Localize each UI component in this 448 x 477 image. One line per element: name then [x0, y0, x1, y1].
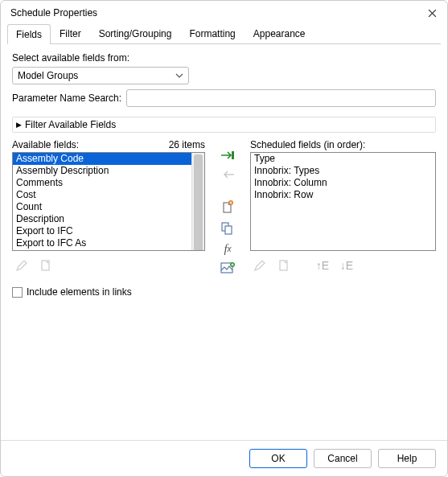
chevron-down-icon: [175, 73, 183, 78]
insert-image-icon[interactable]: [218, 262, 237, 275]
list-item[interactable]: Type: [251, 153, 435, 165]
search-label: Parameter Name Search:: [12, 93, 121, 104]
include-elements-label: Include elements in links: [27, 286, 132, 298]
scheduled-fields-list[interactable]: Type Innobrix: Types Innobrix: Column In…: [250, 152, 436, 251]
new-shared-parameter-icon[interactable]: [218, 200, 237, 215]
list-item[interactable]: Description: [13, 213, 191, 225]
list-item[interactable]: Innobrix: Types: [251, 165, 435, 177]
list-item[interactable]: Count: [13, 201, 191, 213]
combine-parameters-icon[interactable]: [218, 221, 237, 236]
remove-field-button: [218, 168, 237, 181]
list-item[interactable]: Comments: [13, 177, 191, 189]
list-item[interactable]: Assembly Description: [13, 165, 191, 177]
cancel-button[interactable]: Cancel: [314, 449, 372, 468]
tab-appearance[interactable]: Appearance: [245, 23, 314, 43]
list-item[interactable]: Innobrix: Row: [251, 189, 435, 201]
available-fields-list[interactable]: Assembly Code Assembly Description Comme…: [12, 152, 205, 251]
dialog-footer: OK Cancel Help: [1, 440, 447, 476]
edit-icon: [12, 256, 31, 275]
scrollbar[interactable]: [191, 153, 204, 250]
list-item[interactable]: Innobrix: Column: [251, 177, 435, 189]
help-button[interactable]: Help: [378, 449, 436, 468]
list-item[interactable]: Cost: [13, 189, 191, 201]
svg-rect-5: [225, 226, 232, 234]
triangle-right-icon: ▶: [16, 121, 22, 129]
svg-rect-1: [232, 151, 234, 159]
parameter-search-input[interactable]: [126, 89, 436, 107]
delete-scheduled-icon: [274, 256, 294, 275]
list-item[interactable]: Export to IFC: [13, 225, 191, 237]
available-count: 26 items: [169, 139, 205, 150]
tab-bar: Fields Filter Sorting/Grouping Formattin…: [7, 23, 441, 44]
fields-source-select[interactable]: Model Groups: [12, 67, 189, 84]
titlebar: Schedule Properties: [1, 1, 447, 23]
tab-fields[interactable]: Fields: [7, 24, 51, 44]
tab-content: Select available fields from: Model Grou…: [1, 44, 447, 440]
tab-formatting[interactable]: Formatting: [180, 23, 244, 43]
new-parameter-icon: [36, 256, 55, 275]
scrollbar-thumb[interactable]: [194, 154, 203, 251]
tab-filter[interactable]: Filter: [51, 23, 90, 43]
list-item[interactable]: Export to IFC As: [13, 237, 191, 249]
list-item[interactable]: Export Type to IFC: [13, 249, 191, 250]
select-label: Select available fields from:: [12, 52, 436, 64]
tab-sorting[interactable]: Sorting/Grouping: [90, 23, 181, 43]
filter-fields-expander[interactable]: ▶ Filter Available Fields: [12, 117, 436, 133]
select-value: Model Groups: [18, 70, 78, 81]
ok-button[interactable]: OK: [249, 449, 307, 468]
edit-scheduled-icon: [250, 256, 269, 275]
move-down-button: ↓E: [337, 256, 356, 275]
include-elements-checkbox[interactable]: [12, 287, 23, 298]
scheduled-label: Scheduled fields (in order):: [250, 139, 365, 150]
move-up-button: ↑E: [313, 256, 332, 275]
list-item[interactable]: Assembly Code: [13, 153, 191, 165]
calculated-value-icon[interactable]: fx: [218, 242, 237, 256]
add-field-button[interactable]: [218, 149, 237, 162]
close-button[interactable]: [427, 8, 438, 19]
available-label: Available fields:: [12, 139, 79, 150]
window-title: Schedule Properties: [10, 7, 427, 19]
